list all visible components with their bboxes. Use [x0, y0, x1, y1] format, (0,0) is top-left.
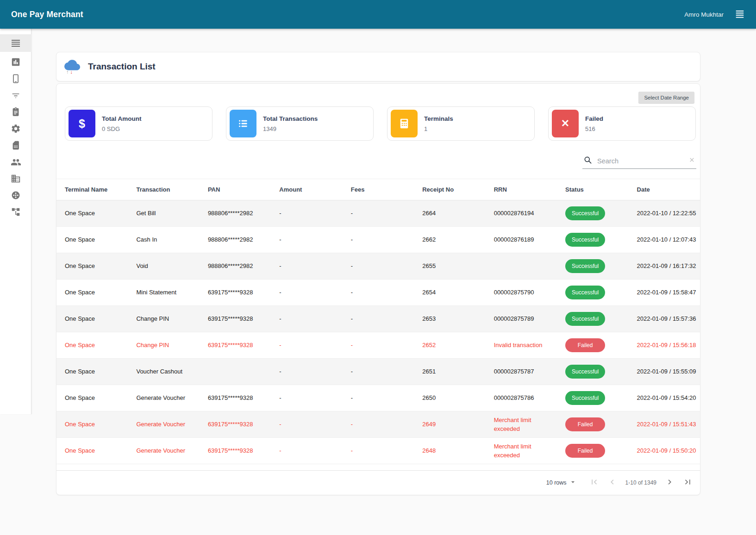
- col-header-transaction: Transaction: [128, 186, 199, 193]
- cell-terminal: One Space: [56, 205, 128, 222]
- sidebar-item-filter[interactable]: [0, 87, 31, 104]
- sidebar-item-merchants[interactable]: [0, 170, 31, 187]
- sidebar-item-hierarchy[interactable]: [0, 204, 31, 220]
- summary-cards-row: $ Total Amount 0 SDG Total Transactions …: [65, 106, 696, 141]
- sidebar: [0, 29, 31, 414]
- status-badge: Failed: [565, 338, 605, 352]
- col-header-status: Status: [557, 186, 628, 193]
- dollar-icon: $: [69, 110, 95, 137]
- sidebar-item-sim-cards[interactable]: [0, 137, 31, 154]
- cell-transaction: Voucher Cashout: [128, 363, 199, 380]
- top-app-bar: One Pay Merchant Amro Mukhtar: [0, 0, 756, 29]
- rows-per-page-select[interactable]: 10 rows: [546, 478, 577, 487]
- user-name[interactable]: Amro Mukhtar: [684, 11, 724, 18]
- table-row[interactable]: One SpaceChange PIN639175*****9328--2653…: [56, 306, 700, 332]
- select-date-range-button[interactable]: Select Date Range: [638, 92, 694, 103]
- previous-page-button[interactable]: [607, 477, 617, 488]
- cell-date: 2022-01-09 / 16:17:32: [629, 258, 700, 274]
- cell-status: Successful: [557, 255, 628, 277]
- table-row[interactable]: One SpaceChange PIN639175*****9328--2652…: [56, 332, 700, 359]
- hamburger-menu-button[interactable]: [735, 9, 745, 20]
- cell-receipt: 2653: [414, 311, 485, 327]
- cell-receipt: 2664: [414, 205, 485, 222]
- table-row[interactable]: One SpaceVoucher Cashout--26510000028757…: [56, 359, 700, 385]
- table-row[interactable]: One SpaceGenerate Voucher639175*****9328…: [56, 411, 700, 438]
- col-header-amount: Amount: [271, 186, 342, 193]
- app-title: One Pay Merchant: [11, 10, 83, 19]
- cell-status: Successful: [557, 229, 628, 250]
- status-badge: Successful: [565, 259, 605, 273]
- first-page-button[interactable]: [589, 477, 599, 488]
- sidebar-item-services[interactable]: [0, 187, 31, 204]
- terminals-card: Terminals 1: [387, 106, 535, 141]
- table-row[interactable]: One SpaceGenerate Voucher639175*****9328…: [56, 438, 700, 464]
- cell-pan: 988806*****2982: [200, 205, 271, 222]
- sidebar-item-dashboard[interactable]: [0, 54, 31, 70]
- search-input[interactable]: [596, 157, 684, 165]
- search-icon: [583, 156, 592, 166]
- sidebar-item-users[interactable]: [0, 154, 31, 170]
- cell-transaction: Change PIN: [128, 337, 199, 354]
- table-header-row: Terminal Name Transaction PAN Amount Fee…: [56, 179, 700, 200]
- filter-icon: [11, 90, 21, 100]
- cell-receipt: 2650: [414, 390, 485, 406]
- card-label: Total Transactions: [263, 115, 318, 122]
- cell-amount: -: [271, 416, 342, 433]
- sidebar-item-menu[interactable]: [0, 34, 31, 52]
- cell-fees: -: [343, 311, 414, 327]
- sidebar-item-terminals[interactable]: [0, 70, 31, 87]
- sidebar-item-settings[interactable]: [0, 120, 31, 137]
- cell-receipt: 2649: [414, 416, 485, 433]
- card-value: 1: [424, 125, 453, 132]
- total-amount-card: $ Total Amount 0 SDG: [65, 106, 212, 141]
- status-badge: Failed: [565, 444, 605, 458]
- bar-chart-icon: [11, 57, 21, 67]
- sidebar-item-reports[interactable]: [0, 104, 31, 120]
- cell-date: 2022-01-09 / 15:56:18: [629, 337, 700, 354]
- arrow-down-icon: ↓: [70, 69, 75, 75]
- cell-rrn: 000002875786: [486, 390, 557, 406]
- clear-search-icon[interactable]: [688, 156, 695, 165]
- cell-transaction: Generate Voucher: [128, 442, 199, 459]
- chevron-right-icon: [665, 477, 675, 488]
- cell-amount: -: [271, 258, 342, 274]
- cell-fees: -: [343, 205, 414, 222]
- cell-date: 2022-01-10 / 12:07:43: [629, 231, 700, 248]
- cell-transaction: Void: [128, 258, 199, 274]
- cell-rrn: 000002876189: [486, 231, 557, 248]
- cell-date: 2022-01-09 / 15:55:09: [629, 363, 700, 380]
- cell-receipt: 2654: [414, 284, 485, 301]
- cell-amount: -: [271, 284, 342, 301]
- status-badge: Successful: [565, 286, 605, 299]
- cell-amount: -: [271, 337, 342, 354]
- cell-receipt: 2652: [414, 337, 485, 354]
- cell-status: Successful: [557, 308, 628, 330]
- cell-transaction: Cash In: [128, 231, 199, 248]
- cell-amount: -: [271, 231, 342, 248]
- status-badge: Successful: [565, 312, 605, 326]
- last-page-button[interactable]: [683, 477, 693, 488]
- col-header-pan: PAN: [200, 186, 271, 193]
- cell-fees: -: [343, 416, 414, 433]
- cell-amount: -: [271, 363, 342, 380]
- card-value: 516: [585, 125, 603, 132]
- table-row[interactable]: One SpaceGenerate Voucher639175*****9328…: [56, 385, 700, 411]
- hamburger-icon: [735, 9, 745, 20]
- table-row[interactable]: One SpaceVoid988806*****2982--2655Succes…: [56, 253, 700, 280]
- list-icon: [230, 110, 256, 137]
- table-row[interactable]: One SpaceGet Bill988806*****2982--266400…: [56, 200, 700, 227]
- table-row[interactable]: One SpaceCash In988806*****2982--2662000…: [56, 227, 700, 253]
- cell-fees: -: [343, 284, 414, 301]
- cell-amount: -: [271, 442, 342, 459]
- table-row[interactable]: One SpaceMini Statement639175*****9328--…: [56, 280, 700, 306]
- next-page-button[interactable]: [665, 477, 675, 488]
- cell-rrn: [486, 262, 557, 270]
- cell-transaction: Get Bill: [128, 205, 199, 222]
- cell-amount: -: [271, 311, 342, 327]
- cell-status: Failed: [557, 440, 628, 461]
- status-badge: Successful: [565, 391, 605, 405]
- cell-terminal: One Space: [56, 231, 128, 248]
- cell-date: 2022-01-09 / 15:58:47: [629, 284, 700, 301]
- cross-icon: ✕: [552, 110, 579, 137]
- chevron-left-icon: [607, 477, 617, 488]
